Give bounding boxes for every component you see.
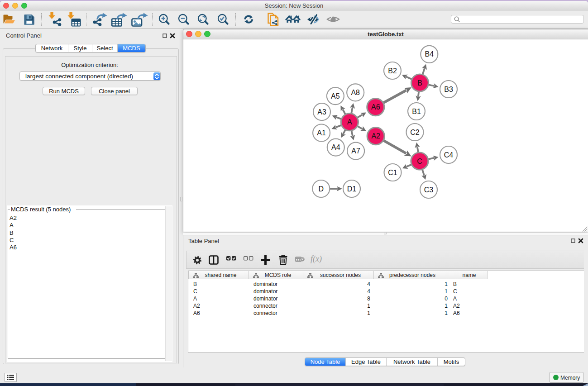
svg-text:A6: A6 <box>371 103 380 111</box>
svg-text:C: C <box>417 157 422 165</box>
svg-text:A: A <box>347 118 352 126</box>
svg-text:A3: A3 <box>317 108 326 116</box>
svg-text:B4: B4 <box>425 50 434 58</box>
svg-text:B: B <box>417 79 422 87</box>
svg-text:A8: A8 <box>351 89 360 96</box>
svg-text:A2: A2 <box>371 132 380 140</box>
svg-text:A1: A1 <box>317 129 326 137</box>
svg-text:B1: B1 <box>412 108 421 115</box>
svg-text:C2: C2 <box>410 129 420 136</box>
svg-text:D: D <box>319 185 324 193</box>
svg-text:A4: A4 <box>331 143 340 151</box>
svg-text:B3: B3 <box>444 86 453 93</box>
svg-text:A7: A7 <box>351 147 360 155</box>
svg-text:C3: C3 <box>424 186 434 194</box>
svg-text:C1: C1 <box>388 169 397 176</box>
svg-text:D1: D1 <box>347 185 357 193</box>
svg-text:C4: C4 <box>444 151 454 159</box>
svg-text:A5: A5 <box>331 92 340 100</box>
svg-text:B2: B2 <box>388 67 397 75</box>
